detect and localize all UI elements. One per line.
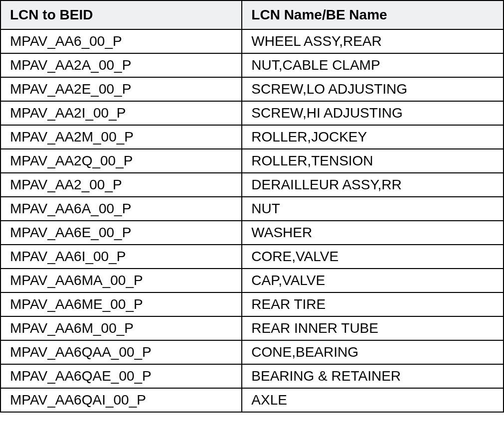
table-row: MPAV_AA6QAA_00_PCONE,BEARING — [0, 340, 504, 364]
cell-name: SCREW,LO ADJUSTING — [242, 77, 504, 101]
cell-lcn: MPAV_AA6I_00_P — [0, 245, 242, 269]
cell-lcn: MPAV_AA6QAA_00_P — [0, 340, 242, 364]
cell-lcn: MPAV_AA6M_00_P — [0, 316, 242, 340]
cell-lcn: MPAV_AA6MA_00_P — [0, 269, 242, 292]
cell-name: REAR TIRE — [242, 292, 504, 316]
cell-name: CONE,BEARING — [242, 340, 504, 364]
header-lcn-to-beid: LCN to BEID — [0, 0, 242, 29]
cell-lcn: MPAV_AA2I_00_P — [0, 101, 242, 125]
cell-name: NUT — [242, 197, 504, 221]
cell-lcn: MPAV_AA6QAI_00_P — [0, 388, 242, 412]
cell-lcn: MPAV_AA6ME_00_P — [0, 292, 242, 316]
table-body: MPAV_AA6_00_PWHEEL ASSY,REARMPAV_AA2A_00… — [0, 29, 504, 412]
cell-name: DERAILLEUR ASSY,RR — [242, 173, 504, 197]
table-row: MPAV_AA2_00_PDERAILLEUR ASSY,RR — [0, 173, 504, 197]
table-row: MPAV_AA2E_00_PSCREW,LO ADJUSTING — [0, 77, 504, 101]
table-row: MPAV_AA6MA_00_PCAP,VALVE — [0, 269, 504, 292]
cell-lcn: MPAV_AA6E_00_P — [0, 221, 242, 245]
cell-name: WHEEL ASSY,REAR — [242, 29, 504, 53]
table-row: MPAV_AA6I_00_PCORE,VALVE — [0, 245, 504, 269]
table-row: MPAV_AA2A_00_PNUT,CABLE CLAMP — [0, 53, 504, 77]
cell-name: NUT,CABLE CLAMP — [242, 53, 504, 77]
cell-lcn: MPAV_AA2A_00_P — [0, 53, 242, 77]
cell-name: AXLE — [242, 388, 504, 412]
table-row: MPAV_AA6E_00_PWASHER — [0, 221, 504, 245]
cell-name: BEARING & RETAINER — [242, 364, 504, 388]
table-row: MPAV_AA6ME_00_PREAR TIRE — [0, 292, 504, 316]
cell-name: ROLLER,JOCKEY — [242, 125, 504, 149]
table-row: MPAV_AA6A_00_PNUT — [0, 197, 504, 221]
table-row: MPAV_AA2I_00_PSCREW,HI ADJUSTING — [0, 101, 504, 125]
table-row: MPAV_AA2Q_00_PROLLER,TENSION — [0, 149, 504, 173]
cell-name: ROLLER,TENSION — [242, 149, 504, 173]
cell-lcn: MPAV_AA6QAE_00_P — [0, 364, 242, 388]
cell-name: CAP,VALVE — [242, 269, 504, 292]
cell-lcn: MPAV_AA6_00_P — [0, 29, 242, 53]
cell-lcn: MPAV_AA6A_00_P — [0, 197, 242, 221]
table-row: MPAV_AA6QAI_00_PAXLE — [0, 388, 504, 412]
cell-lcn: MPAV_AA2M_00_P — [0, 125, 242, 149]
cell-name: CORE,VALVE — [242, 245, 504, 269]
cell-lcn: MPAV_AA2Q_00_P — [0, 149, 242, 173]
cell-lcn: MPAV_AA2_00_P — [0, 173, 242, 197]
cell-lcn: MPAV_AA2E_00_P — [0, 77, 242, 101]
table-row: MPAV_AA6M_00_PREAR INNER TUBE — [0, 316, 504, 340]
table-header-row: LCN to BEID LCN Name/BE Name — [0, 0, 504, 29]
lcn-table: LCN to BEID LCN Name/BE Name MPAV_AA6_00… — [0, 0, 504, 413]
cell-name: REAR INNER TUBE — [242, 316, 504, 340]
cell-name: SCREW,HI ADJUSTING — [242, 101, 504, 125]
cell-name: WASHER — [242, 221, 504, 245]
table-row: MPAV_AA6QAE_00_PBEARING & RETAINER — [0, 364, 504, 388]
header-lcn-name: LCN Name/BE Name — [242, 0, 504, 29]
table-row: MPAV_AA6_00_PWHEEL ASSY,REAR — [0, 29, 504, 53]
table-row: MPAV_AA2M_00_PROLLER,JOCKEY — [0, 125, 504, 149]
